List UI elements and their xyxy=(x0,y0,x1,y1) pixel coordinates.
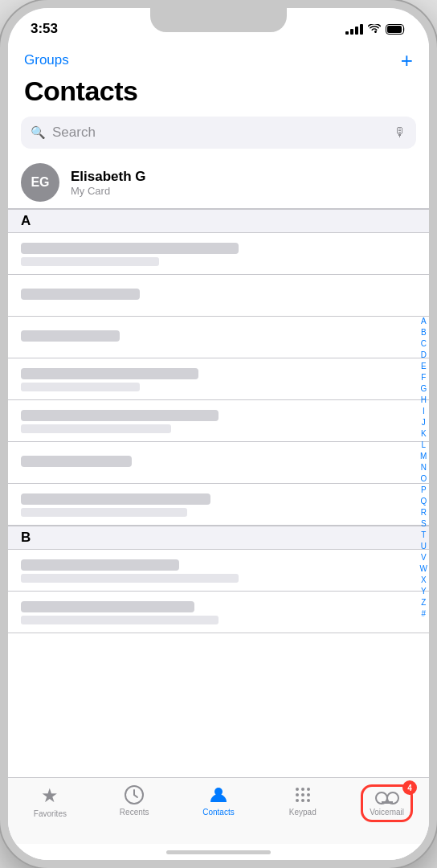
alpha-index: A B C D E F G H I J K L M N O P Q R S T xyxy=(420,157,427,777)
voicemail-icon xyxy=(375,790,399,806)
contact-name-blur xyxy=(21,243,239,254)
tab-keypad[interactable]: Keypad xyxy=(260,784,345,817)
search-placeholder: Search xyxy=(52,125,387,141)
favorites-label: Favorites xyxy=(34,809,67,818)
tab-contacts[interactable]: Contacts xyxy=(177,784,261,817)
tab-recents[interactable]: Recents xyxy=(92,784,177,817)
table-row[interactable] xyxy=(8,592,429,633)
contact-detail-blur xyxy=(21,574,239,583)
table-row[interactable] xyxy=(8,233,429,275)
contact-detail-blur xyxy=(21,508,187,517)
nav-header: Groups + xyxy=(8,43,429,74)
alpha-t[interactable]: T xyxy=(421,530,426,540)
contact-name-blur xyxy=(21,456,132,467)
alpha-k[interactable]: K xyxy=(421,428,427,439)
svg-point-8 xyxy=(301,793,304,796)
table-row[interactable] xyxy=(8,442,429,484)
svg-point-5 xyxy=(301,788,304,791)
recents-icon xyxy=(124,784,145,805)
alpha-h[interactable]: H xyxy=(421,395,427,405)
alpha-v[interactable]: V xyxy=(421,552,427,563)
alpha-j[interactable]: J xyxy=(422,417,426,428)
notch xyxy=(150,8,287,32)
contact-name-blur xyxy=(21,410,218,421)
contact-list: EG Elisabeth G My Card A xyxy=(8,157,429,777)
tab-favorites[interactable]: ★ Favorites xyxy=(8,784,92,818)
alpha-f[interactable]: F xyxy=(421,372,426,383)
contact-detail-blur xyxy=(21,616,218,624)
alpha-o[interactable]: O xyxy=(420,473,427,484)
table-row[interactable] xyxy=(8,550,429,592)
contact-name-blur xyxy=(21,289,140,300)
svg-point-7 xyxy=(296,793,299,796)
page-title: Contacts xyxy=(24,76,413,107)
my-card-name: Elisabeth G xyxy=(71,169,146,185)
alpha-e[interactable]: E xyxy=(421,361,427,371)
wifi-icon xyxy=(368,24,381,34)
screen: Groups + Contacts 🔍 Search 🎙 EG Elisab xyxy=(8,43,429,860)
alpha-s[interactable]: S xyxy=(421,518,427,529)
table-row[interactable] xyxy=(8,484,429,526)
alpha-w[interactable]: W xyxy=(420,563,427,574)
my-card-info: Elisabeth G My Card xyxy=(71,169,146,197)
alpha-p[interactable]: P xyxy=(421,485,427,495)
alpha-m[interactable]: M xyxy=(420,451,427,461)
alpha-z[interactable]: Z xyxy=(421,597,426,608)
search-bar[interactable]: 🔍 Search 🎙 xyxy=(21,117,416,149)
avatar: EG xyxy=(21,163,59,202)
section-header-b: B xyxy=(8,526,429,550)
contact-detail-blur xyxy=(21,383,140,391)
svg-point-12 xyxy=(307,799,310,802)
keypad-icon xyxy=(292,784,313,805)
alpha-c[interactable]: C xyxy=(421,338,427,349)
alpha-i[interactable]: I xyxy=(423,406,425,416)
tab-bar: ★ Favorites Recents Contacts xyxy=(8,777,429,844)
home-bar xyxy=(166,850,271,854)
tab-voicemail[interactable]: 4 Voicemail xyxy=(345,784,429,822)
groups-button[interactable]: Groups xyxy=(24,52,69,68)
svg-point-6 xyxy=(307,788,310,791)
contact-name-blur xyxy=(21,601,194,612)
add-contact-button[interactable]: + xyxy=(401,50,413,71)
section-header-a: A xyxy=(8,209,429,233)
alpha-hash[interactable]: # xyxy=(421,608,426,619)
battery-icon xyxy=(386,24,406,35)
table-row[interactable] xyxy=(8,358,429,400)
favorites-icon: ★ xyxy=(41,784,59,807)
keypad-label: Keypad xyxy=(289,808,317,817)
contact-name-blur xyxy=(21,368,198,379)
status-icons xyxy=(345,24,406,35)
alpha-y[interactable]: Y xyxy=(421,586,427,596)
svg-point-11 xyxy=(301,799,304,802)
search-container: 🔍 Search 🎙 xyxy=(8,113,429,157)
alpha-x[interactable]: X xyxy=(421,575,427,585)
alpha-n[interactable]: N xyxy=(421,462,427,473)
signal-icon xyxy=(345,24,363,35)
voicemail-highlight: 4 Voicemail xyxy=(361,784,413,822)
alpha-r[interactable]: R xyxy=(421,507,427,518)
side-button-volume-down xyxy=(0,209,2,257)
alpha-b[interactable]: B xyxy=(421,327,427,338)
status-time: 3:53 xyxy=(31,21,58,37)
home-indicator xyxy=(8,844,429,860)
svg-point-4 xyxy=(296,788,299,791)
contacts-label: Contacts xyxy=(202,808,234,817)
alpha-g[interactable]: G xyxy=(420,383,427,394)
page-title-area: Contacts xyxy=(8,74,429,113)
alpha-l[interactable]: L xyxy=(421,440,426,450)
search-icon: 🔍 xyxy=(31,125,46,140)
recents-label: Recents xyxy=(120,808,149,817)
alpha-a[interactable]: A xyxy=(421,316,427,326)
alpha-u[interactable]: U xyxy=(421,541,427,551)
my-card[interactable]: EG Elisabeth G My Card xyxy=(8,157,429,209)
microphone-icon: 🎙 xyxy=(394,125,406,140)
table-row[interactable] xyxy=(8,275,429,317)
alpha-d[interactable]: D xyxy=(421,350,427,360)
my-card-label: My Card xyxy=(71,185,146,197)
table-row[interactable] xyxy=(8,400,429,442)
contact-name-blur xyxy=(21,493,210,505)
side-button-mute xyxy=(0,104,2,137)
table-row[interactable] xyxy=(8,317,429,358)
alpha-q[interactable]: Q xyxy=(420,496,427,506)
side-button-volume-up xyxy=(0,149,2,197)
